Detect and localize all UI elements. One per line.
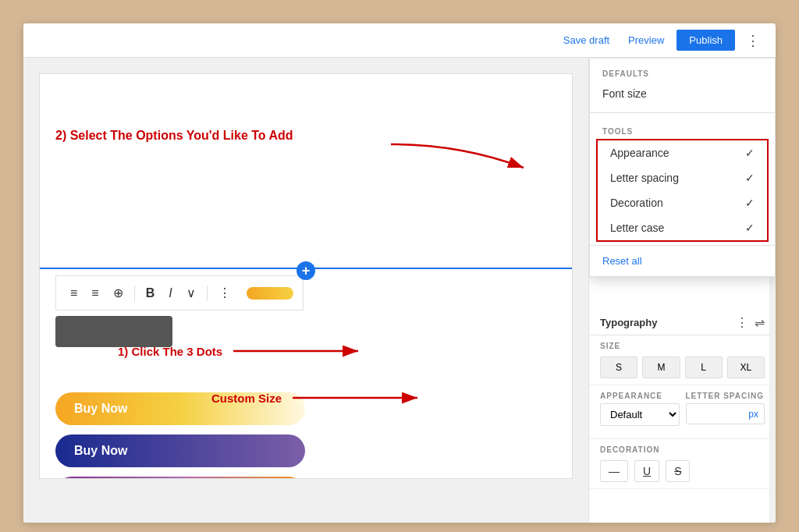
letter-case-check: ✓ [745, 222, 755, 234]
bold-icon: B [146, 286, 155, 300]
appearance-select[interactable]: Default [600, 403, 680, 426]
appearance-ls-subsection: APPEARANCE Default LETTER SPACING px [589, 385, 776, 439]
annotation-customsize-text: Custom Size [211, 392, 282, 405]
arrow-3dots [225, 335, 382, 367]
defaults-label: DEFAULTS [590, 65, 775, 81]
toolbar-separator-2 [207, 286, 208, 301]
editor-area: 2) Select The Options You'd Like To Add [23, 58, 588, 523]
typography-sliders-icon[interactable]: ⇌ [755, 315, 765, 330]
top-bar-actions: Save draft Preview Publish ⋮ [557, 30, 765, 51]
annotation-select-text: 2) Select The Options You'd Like To Add [55, 129, 293, 142]
letter-spacing-check: ✓ [745, 172, 755, 184]
align-left-icon: ≡ [70, 286, 77, 300]
publish-button[interactable]: Publish [676, 30, 735, 51]
reset-all-button[interactable]: Reset all [590, 249, 775, 273]
dropdown-popup: DEFAULTS Font size TOOLS Appearance ✓ [589, 58, 776, 277]
decoration-label: Decoration [610, 197, 663, 209]
yellow-button[interactable] [247, 287, 293, 300]
decoration-underline-button[interactable]: U [634, 460, 659, 482]
bold-button[interactable]: B [141, 283, 160, 303]
save-draft-button[interactable]: Save draft [557, 31, 616, 49]
appearance-ls-row: APPEARANCE Default LETTER SPACING px [600, 392, 765, 426]
more-options-button[interactable]: ⋮ [214, 282, 236, 303]
buy-now-button-2[interactable]: Buy Now [55, 434, 305, 467]
right-sidebar: DEFAULTS Font size TOOLS Appearance ✓ [588, 58, 776, 523]
font-size-item[interactable]: Font size [590, 81, 775, 106]
editor-canvas: 2) Select The Options You'd Like To Add [39, 73, 573, 479]
dropdown-separator [590, 112, 775, 113]
typography-title: Typography [600, 317, 657, 328]
size-m-button[interactable]: M [642, 356, 680, 378]
main-layout: 2) Select The Options You'd Like To Add [23, 58, 776, 523]
appearance-field: APPEARANCE Default [600, 392, 680, 426]
blue-plus-button[interactable]: + [297, 261, 315, 280]
top-bar: Save draft Preview Publish ⋮ [23, 23, 776, 58]
decoration-buttons: — U S [600, 460, 765, 482]
italic-button[interactable]: I [164, 283, 176, 303]
size-label: SIZE [600, 342, 765, 350]
size-s-button[interactable]: S [600, 356, 637, 378]
letter-case-label: Letter case [610, 222, 664, 234]
toolbar-separator [134, 286, 135, 301]
decoration-item[interactable]: Decoration ✓ [598, 190, 767, 215]
editor-toolbar: ≡ ≡ ⊕ B I [55, 275, 304, 310]
align-center-icon: ≡ [91, 286, 98, 300]
top-three-dots-button[interactable]: ⋮ [741, 30, 765, 51]
typography-section-header: Typography ⋮ ⇌ [589, 307, 776, 335]
preview-button[interactable]: Preview [622, 31, 670, 49]
expand-icon: ∨ [186, 286, 196, 300]
sidebar-content: Typography ⋮ ⇌ SIZE S M L XL [589, 307, 776, 489]
letter-spacing-label: Letter spacing [610, 172, 679, 184]
size-subsection: SIZE S M L XL [589, 335, 776, 385]
appearance-item[interactable]: Appearance ✓ [598, 140, 767, 165]
letter-spacing-input-wrapper: px [686, 403, 765, 424]
decoration-check: ✓ [745, 197, 755, 209]
appearance-check: ✓ [745, 147, 755, 159]
letter-spacing-field: LETTER SPACING px [686, 392, 765, 426]
font-size-label: Font size [602, 87, 647, 100]
buy-now-row-3: Buy Now [55, 477, 305, 479]
arrow-select [383, 137, 555, 183]
buy-now-label-1: Buy Now [74, 402, 127, 416]
tools-label: TOOLS [590, 122, 775, 139]
expand-button[interactable]: ∨ [182, 282, 201, 303]
decoration-none-button[interactable]: — [600, 460, 628, 482]
align-left-button[interactable]: ≡ [66, 283, 82, 303]
typography-dots-icon[interactable]: ⋮ [736, 315, 748, 330]
size-l-button[interactable]: L [685, 356, 723, 378]
appearance-field-label: APPEARANCE [600, 392, 680, 400]
size-buttons: S M L XL [600, 356, 765, 378]
more-options-icon: ⋮ [218, 286, 231, 300]
decoration-strikethrough-button[interactable]: S [666, 460, 690, 482]
annotation-select: 2) Select The Options You'd Like To Add [55, 129, 293, 143]
italic-icon: I [169, 286, 172, 300]
link-button[interactable]: ⊕ [108, 282, 128, 303]
annotation-customsize: Custom Size [211, 382, 441, 413]
arrow-customsize [285, 382, 441, 413]
dropdown-separator-2 [590, 245, 775, 246]
tools-box: Appearance ✓ Letter spacing ✓ Decoration… [596, 139, 769, 242]
link-icon: ⊕ [113, 286, 123, 300]
align-center-button[interactable]: ≡ [87, 283, 103, 303]
decoration-subsection: DECORATION — U S [589, 439, 776, 489]
tools-section: TOOLS Appearance ✓ Letter spacing ✓ [590, 116, 775, 276]
letter-spacing-field-label: LETTER SPACING [686, 392, 765, 400]
buy-now-row-2: Buy Now [55, 434, 305, 467]
appearance-label: Appearance [610, 147, 669, 159]
letter-case-item[interactable]: Letter case ✓ [598, 215, 767, 240]
annotation-3dots-text: 1) Click The 3 Dots [118, 345, 222, 358]
decoration-label: DECORATION [600, 445, 765, 454]
size-xl-button[interactable]: XL [727, 356, 765, 378]
letter-spacing-input[interactable] [686, 403, 765, 424]
buy-now-button-3[interactable]: Buy Now [55, 477, 305, 479]
buy-now-label-2: Buy Now [74, 444, 127, 458]
letter-spacing-item[interactable]: Letter spacing ✓ [598, 165, 767, 190]
defaults-section: DEFAULTS Font size [590, 59, 775, 109]
annotation-3dots: 1) Click The 3 Dots [118, 335, 382, 367]
